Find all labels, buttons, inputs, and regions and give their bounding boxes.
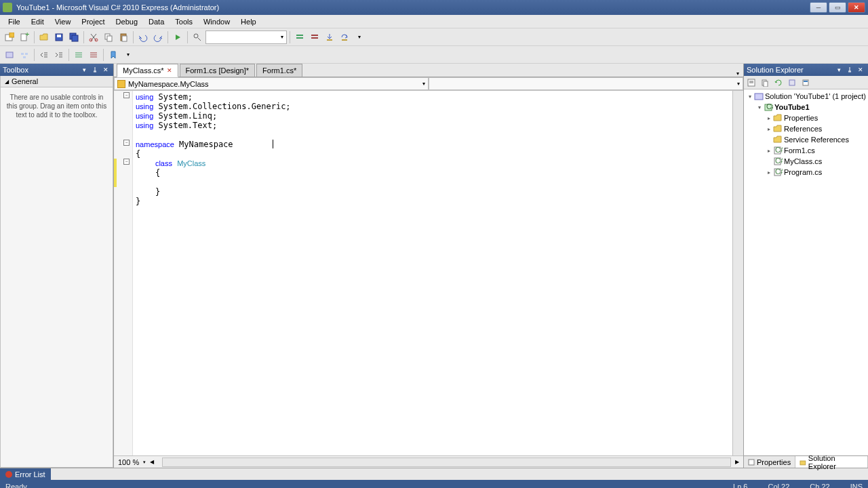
toolbox-close-button[interactable]: ✕ bbox=[101, 65, 111, 75]
tab-close-icon[interactable]: ✕ bbox=[167, 67, 172, 74]
tree-expander[interactable]: ▸ bbox=[766, 115, 772, 121]
tab-label: Form1.cs [Design]* bbox=[186, 66, 250, 75]
find-button[interactable] bbox=[191, 30, 204, 44]
tree-expander[interactable]: ▸ bbox=[766, 169, 772, 176]
tab-list-dropdown[interactable]: ▾ bbox=[732, 70, 743, 77]
start-debug-button[interactable] bbox=[171, 30, 184, 44]
undo-button[interactable] bbox=[136, 30, 150, 44]
class-dropdown[interactable]: MyNamespace.MyClass ▾ bbox=[114, 77, 429, 90]
refresh-button[interactable] bbox=[772, 77, 785, 89]
tree-row[interactable]: Service References bbox=[745, 134, 867, 145]
tab-form1-design[interactable]: Form1.cs [Design]* bbox=[180, 64, 256, 77]
menu-help[interactable]: Help bbox=[235, 16, 262, 27]
maximize-button[interactable]: ▭ bbox=[829, 2, 846, 13]
menu-file[interactable]: File bbox=[3, 16, 26, 27]
increase-indent-button[interactable] bbox=[52, 48, 66, 62]
tree-expander[interactable] bbox=[766, 137, 772, 143]
error-list-tab[interactable]: Error List bbox=[0, 468, 51, 480]
horizontal-scrollbar[interactable] bbox=[162, 458, 731, 467]
menu-project[interactable]: Project bbox=[76, 16, 110, 27]
find-combo[interactable]: ▾ bbox=[205, 30, 287, 44]
properties-button[interactable] bbox=[745, 77, 757, 89]
uncomment-lines-button[interactable] bbox=[87, 48, 100, 62]
tree-expander[interactable]: ▸ bbox=[766, 126, 772, 132]
menu-debug[interactable]: Debug bbox=[111, 16, 143, 27]
paste-button[interactable] bbox=[117, 30, 130, 44]
tree-row[interactable]: ▸C#Form1.cs bbox=[745, 145, 867, 156]
step-over-button[interactable] bbox=[338, 30, 351, 44]
display-class-button[interactable] bbox=[3, 48, 16, 62]
show-all-files-button[interactable] bbox=[759, 77, 771, 89]
member-dropdown[interactable]: ▾ bbox=[429, 77, 743, 90]
tab-solution-explorer[interactable]: Solution Explorer bbox=[795, 456, 868, 468]
split-left-icon[interactable]: ◀ bbox=[150, 459, 154, 465]
uncomment-button[interactable] bbox=[308, 30, 321, 44]
code-text[interactable]: using System; using System.Collections.G… bbox=[133, 91, 732, 455]
add-item-button[interactable]: + bbox=[18, 30, 31, 44]
code-editor[interactable]: − − − using System; using System.Collect… bbox=[114, 91, 743, 455]
menu-view[interactable]: View bbox=[50, 16, 77, 27]
minimize-button[interactable]: ─ bbox=[810, 2, 827, 13]
view-code-button[interactable] bbox=[786, 77, 798, 89]
svg-text:C#: C# bbox=[775, 168, 783, 176]
open-file-button[interactable] bbox=[37, 30, 51, 44]
svg-rect-1 bbox=[9, 33, 14, 37]
fold-button[interactable]: − bbox=[123, 92, 130, 98]
menu-edit[interactable]: Edit bbox=[26, 16, 50, 27]
cut-button[interactable] bbox=[87, 30, 100, 44]
menu-tools[interactable]: Tools bbox=[170, 16, 198, 27]
class-dropdown-label: MyNamespace.MyClass bbox=[128, 80, 209, 88]
folder-icon bbox=[773, 136, 783, 144]
tree-expander[interactable]: ▾ bbox=[756, 104, 762, 110]
tree-row[interactable]: ▸Properties bbox=[745, 113, 867, 123]
change-indicator bbox=[114, 159, 117, 187]
fold-button[interactable]: − bbox=[123, 159, 130, 165]
decrease-indent-button[interactable] bbox=[37, 48, 51, 62]
comment-button[interactable] bbox=[293, 30, 307, 44]
zoom-level[interactable]: 100 % bbox=[118, 458, 139, 466]
toolbox-dropdown-button[interactable]: ▾ bbox=[79, 65, 89, 75]
tree-row[interactable]: ▾Solution 'YouTube1' (1 project) bbox=[745, 91, 867, 102]
solution-tree[interactable]: ▾Solution 'YouTube1' (1 project)▾C#YouTu… bbox=[744, 89, 868, 455]
toolbox-panel: Toolbox ▾ ✕ ◢ General There are no usabl… bbox=[0, 64, 114, 468]
tree-row[interactable]: ▸C#Program.cs bbox=[745, 167, 867, 178]
tree-row[interactable]: C#MyClass.cs bbox=[745, 156, 867, 167]
zoom-dropdown-icon[interactable]: ▾ bbox=[143, 460, 146, 465]
toolbox-group-general[interactable]: ◢ General bbox=[1, 76, 113, 87]
bookmark-button[interactable] bbox=[106, 48, 120, 62]
fold-button[interactable]: − bbox=[123, 140, 130, 146]
tree-expander[interactable] bbox=[766, 159, 772, 165]
status-ins: INS bbox=[850, 483, 863, 488]
copy-button[interactable] bbox=[102, 30, 115, 44]
redo-button[interactable] bbox=[151, 30, 165, 44]
panel-bottom-tabs: Properties Solution Explorer bbox=[744, 455, 868, 468]
solution-pin-button[interactable] bbox=[845, 65, 854, 75]
tree-row[interactable]: ▸References bbox=[745, 123, 867, 134]
tab-form1-cs[interactable]: Form1.cs* bbox=[256, 64, 302, 77]
tab-properties[interactable]: Properties bbox=[744, 456, 795, 468]
tab-myclass[interactable]: MyClass.cs* ✕ bbox=[117, 64, 178, 77]
close-button[interactable]: ✕ bbox=[848, 2, 865, 13]
comment-lines-button[interactable] bbox=[72, 48, 85, 62]
tree-expander[interactable]: ▾ bbox=[747, 94, 753, 100]
save-all-button[interactable] bbox=[67, 30, 81, 44]
menu-window[interactable]: Window bbox=[198, 16, 235, 27]
editor-footer: 100 % ▾ ◀ ▶ bbox=[114, 455, 743, 468]
save-button[interactable] bbox=[52, 30, 66, 44]
menu-data[interactable]: Data bbox=[143, 16, 170, 27]
solution-close-button[interactable]: ✕ bbox=[856, 65, 865, 75]
svg-rect-45 bbox=[804, 81, 808, 82]
view-designer-button[interactable] bbox=[800, 77, 812, 89]
vertical-scrollbar[interactable] bbox=[732, 91, 743, 455]
tree-expander[interactable]: ▸ bbox=[766, 148, 772, 154]
new-project-button[interactable] bbox=[3, 30, 16, 44]
toolbar-options-button[interactable]: ▾ bbox=[353, 30, 366, 44]
solution-dropdown-button[interactable]: ▾ bbox=[834, 65, 844, 75]
tree-row[interactable]: ▾C#YouTube1 bbox=[745, 102, 867, 113]
split-right-icon[interactable]: ▶ bbox=[735, 459, 739, 465]
toolbox-pin-button[interactable] bbox=[90, 65, 100, 75]
step-into-button[interactable] bbox=[323, 30, 336, 44]
status-col: Col 22 bbox=[768, 483, 790, 488]
toolbar-options-2-button[interactable]: ▾ bbox=[121, 48, 135, 62]
display-member-button[interactable] bbox=[18, 48, 31, 62]
